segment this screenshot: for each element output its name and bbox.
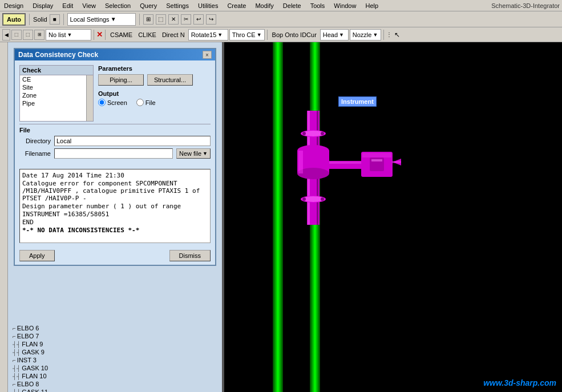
new-file-arrow: ▼	[203, 151, 208, 156]
csame-item[interactable]: CSAME	[108, 31, 135, 39]
menu-item-window[interactable]: Window	[332, 2, 358, 10]
separator3	[139, 14, 140, 25]
check-item-ce[interactable]: CE	[20, 75, 93, 83]
check-item-pipe[interactable]: Pipe	[20, 99, 93, 107]
undo-icon[interactable]: ↩	[193, 14, 204, 25]
rotate15-dropdown[interactable]: Rotate15 ▼	[188, 29, 228, 41]
check-list-body[interactable]: CE Site Zone Pipe	[20, 75, 93, 121]
menu-item-modify[interactable]: Modify	[253, 2, 275, 10]
filename-input[interactable]	[54, 148, 173, 159]
close-red-icon[interactable]: ✕	[96, 30, 103, 39]
tree-icon-elbo6: ⌐	[13, 325, 16, 332]
instrument-3d	[287, 111, 413, 227]
filename-label: Filename	[19, 150, 51, 157]
check-item-zone[interactable]: Zone	[20, 91, 93, 99]
left-panel: Data Consistency Check × Check CE Site Z…	[8, 42, 222, 392]
nolist-arrow: ▼	[67, 32, 72, 38]
directory-row: Directory	[19, 136, 211, 146]
piping-button[interactable]: Piping...	[98, 74, 144, 86]
direct-n-item[interactable]: Direct N	[160, 31, 187, 39]
dismiss-button[interactable]: Dismiss	[169, 250, 211, 261]
tb2-sep2	[105, 30, 106, 40]
tb2-more-icon[interactable]: ⋮	[386, 31, 392, 38]
new-file-button[interactable]: New file ▼	[176, 148, 211, 159]
menu-item-selection[interactable]: Selection	[103, 2, 132, 10]
nolist-dropdown[interactable]: No list ▼	[46, 29, 91, 41]
settings-dropdown[interactable]: Local Settings ▼	[67, 13, 136, 26]
apply-button[interactable]: Apply	[19, 250, 55, 261]
tb2-sep3	[267, 30, 268, 40]
output-line-0: Date 17 Aug 2014 Time 21:30	[22, 172, 208, 179]
bop-onto-item[interactable]: Bop Onto IDCur	[270, 31, 319, 39]
tb2-icon3[interactable]: ⊞	[34, 30, 45, 40]
tree-item-gask10[interactable]: ┤┤ GASK 10	[13, 364, 217, 372]
scissors-icon[interactable]: ✂	[181, 14, 191, 25]
app-title: Schematic-3D-Integrator	[491, 2, 560, 9]
file-radio[interactable]	[136, 99, 144, 106]
svg-rect-14	[371, 159, 382, 161]
menu-item-settings[interactable]: Settings	[164, 2, 191, 10]
tree-icon-flan10: ┤┤	[13, 373, 21, 379]
toolbar1: Auto Solid ■ Local Settings ▼ ⊞ ⬚ ✕ ✂ ↩ …	[0, 11, 562, 27]
tree-icon-elbo8: ⌐	[13, 381, 16, 387]
select-icon[interactable]: ⬚	[156, 14, 166, 25]
tree-icon-gask10: ┤┤	[13, 365, 21, 371]
dialog-body: Check CE Site Zone Pipe Parameters	[15, 60, 215, 165]
head-dropdown[interactable]: Head ▼	[320, 29, 349, 41]
nozzle-arrow: ▼	[373, 32, 378, 38]
file-radio-option[interactable]: File	[136, 99, 156, 106]
screen-radio[interactable]	[98, 99, 106, 106]
menu-item-query[interactable]: Query	[138, 2, 159, 10]
watermark: www.3d-sharp.com	[483, 378, 556, 387]
tree-item-flan10[interactable]: ┤┤ FLAN 10	[13, 372, 217, 380]
tree-item-elbo7[interactable]: ⌐ ELBO 7	[13, 332, 217, 340]
3d-viewport[interactable]: Instrument	[222, 42, 562, 392]
parameters-label: Parameters	[98, 65, 211, 72]
separator1	[29, 14, 30, 25]
dialog-close-button[interactable]: ×	[203, 51, 212, 59]
tb2-icon2[interactable]: ⬚	[23, 30, 33, 40]
toolbar2: ◀ ⬚ ⬚ ⊞ No list ▼ ✕ CSAME CLIKE Direct N…	[0, 27, 562, 42]
menu-item-create[interactable]: Create	[225, 2, 248, 10]
delete-icon[interactable]: ✕	[168, 14, 179, 25]
instrument-svg	[287, 111, 413, 225]
tb2-icon1[interactable]: ⬚	[11, 30, 22, 40]
thro-ce-dropdown[interactable]: Thro CE ▼	[229, 29, 265, 41]
tree-item-gask11[interactable]: ┤┤ GASK 11	[13, 388, 217, 392]
screen-radio-option[interactable]: Screen	[98, 99, 127, 106]
solid-icon[interactable]: ■	[50, 14, 60, 25]
menu-item-tools[interactable]: Tools	[309, 2, 327, 10]
menu-item-view[interactable]: View	[80, 2, 98, 10]
tree-item-flan9[interactable]: ┤┤ FLAN 9	[13, 340, 217, 348]
tb2-left-icon[interactable]: ◀	[2, 29, 10, 41]
menu-item-delete[interactable]: Delete	[281, 2, 303, 10]
tree-icon-inst3: ⌐	[13, 357, 16, 363]
tb2-cursor-icon[interactable]: ↖	[394, 31, 400, 39]
menu-item-utilities[interactable]: Utilities	[196, 2, 220, 10]
tree-item-elbo8[interactable]: ⌐ ELBO 8	[13, 380, 217, 388]
structural-button[interactable]: Structural...	[147, 74, 193, 86]
directory-label: Directory	[19, 138, 51, 144]
menu-item-edit[interactable]: Edit	[60, 2, 75, 10]
clike-item[interactable]: CLIKE	[136, 31, 159, 39]
output-options: Screen File	[98, 99, 211, 106]
output-line-4: END	[22, 219, 208, 226]
tree-item-elbo6[interactable]: ⌐ ELBO 6	[13, 324, 217, 332]
dialog-content: Check CE Site Zone Pipe Parameters	[19, 65, 211, 122]
directory-input[interactable]	[54, 136, 211, 146]
redo-icon[interactable]: ↪	[206, 14, 216, 25]
menu-item-design[interactable]: Design	[2, 2, 25, 10]
tree-item-inst3[interactable]: ⌐ INST 3	[13, 356, 217, 364]
filename-row: Filename New file ▼	[19, 148, 211, 159]
nozzle-dropdown[interactable]: Nozzle ▼	[350, 29, 381, 41]
check-item-site[interactable]: Site	[20, 83, 93, 91]
file-label: File	[145, 99, 156, 106]
file-section-label: File	[19, 124, 211, 134]
auto-mode-button[interactable]: Auto	[2, 13, 26, 26]
check-list-scrollbar[interactable]	[86, 75, 93, 121]
menu-item-display[interactable]: Display	[31, 2, 55, 10]
menu-item-help[interactable]: Help	[363, 2, 380, 10]
tree-item-gask9[interactable]: ┤┤ GASK 9	[13, 348, 217, 356]
check-list-header: Check	[20, 66, 93, 75]
grid-icon[interactable]: ⊞	[143, 14, 153, 25]
